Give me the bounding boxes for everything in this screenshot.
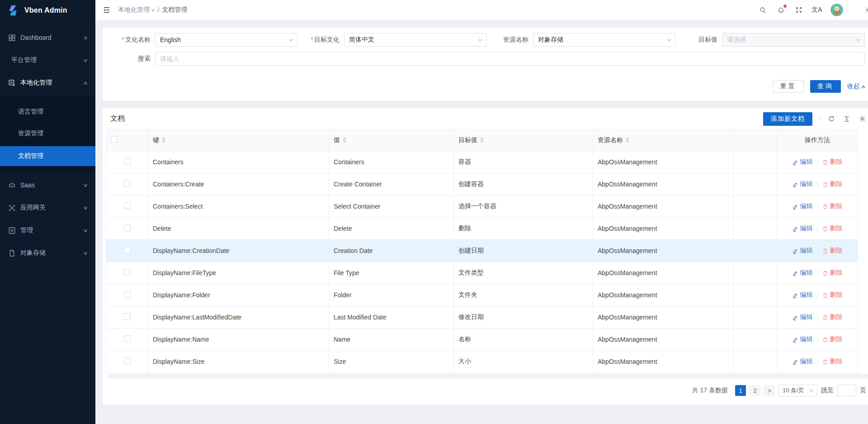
sidebar-item-saas[interactable]: Saas ∨: [0, 176, 95, 194]
column-header-actions: 操作方法: [777, 130, 858, 151]
delete-button[interactable]: 删除: [822, 313, 843, 321]
row-checkbox[interactable]: [124, 269, 131, 276]
table-row[interactable]: DeleteDelete删除AbpOssManagement编辑删除: [106, 218, 858, 240]
search-icon[interactable]: [758, 5, 767, 14]
avatar[interactable]: [830, 4, 843, 16]
delete-button[interactable]: 删除: [822, 357, 843, 366]
edit-button[interactable]: 编辑: [793, 357, 813, 366]
horizontal-scrollbar[interactable]: [107, 374, 868, 378]
notification-bell-icon[interactable]: [776, 5, 785, 14]
sidebar-item-label: 资源管理: [18, 129, 87, 138]
next-page-button[interactable]: >: [764, 385, 775, 396]
menu-fold-icon[interactable]: [103, 6, 111, 14]
sidebar-item-admin[interactable]: 管理 ∨: [0, 221, 95, 239]
page-button-1[interactable]: 1: [735, 385, 746, 396]
delete-button[interactable]: 删除: [822, 224, 843, 233]
table-row[interactable]: DisplayName:FileTypeFile Type文件类型AbpOssM…: [106, 262, 858, 284]
delete-button[interactable]: 删除: [822, 269, 843, 277]
row-checkbox[interactable]: [124, 335, 131, 342]
delete-button[interactable]: 删除: [822, 180, 843, 188]
search-input[interactable]: [155, 52, 865, 66]
edit-button[interactable]: 编辑: [793, 313, 813, 321]
action-separator: [817, 337, 818, 343]
row-checkbox[interactable]: [124, 224, 131, 231]
cell-target: 大小: [454, 351, 593, 373]
edit-button[interactable]: 编辑: [793, 269, 813, 277]
target-value-select[interactable]: 请选择 ∨: [722, 33, 865, 47]
table-row[interactable]: ContainersContainers容器AbpOssManagement编辑…: [106, 151, 858, 173]
target-culture-select[interactable]: 简体中文 ∨: [344, 33, 487, 47]
sort-icon[interactable]: [480, 138, 484, 143]
refresh-icon[interactable]: [827, 115, 835, 123]
delete-button[interactable]: 删除: [822, 247, 843, 255]
edit-pencil-icon: [793, 359, 798, 365]
sidebar-item-language[interactable]: 语言管理: [0, 103, 95, 121]
sidebar-item-label: Saas: [20, 181, 84, 189]
row-checkbox[interactable]: [124, 291, 131, 298]
edit-button[interactable]: 编辑: [793, 180, 813, 188]
column-header-empty: [734, 130, 777, 151]
settings-gear-icon[interactable]: [864, 5, 868, 14]
row-checkbox[interactable]: [124, 202, 131, 209]
row-checkbox[interactable]: [124, 313, 131, 320]
table-row[interactable]: DisplayName:FolderFolder文件夹AbpOssManagem…: [106, 284, 858, 306]
sidebar-item-platform[interactable]: 平台管理 ∨: [0, 51, 95, 69]
cell-empty: [734, 173, 777, 195]
edit-pencil-icon: [793, 270, 798, 276]
edit-button[interactable]: 编辑: [793, 291, 813, 299]
sidebar-item-document-active[interactable]: 文档管理: [0, 146, 95, 166]
row-checkbox[interactable]: [124, 247, 131, 253]
collapse-link[interactable]: 收起 ∧: [847, 82, 865, 91]
delete-button[interactable]: 删除: [822, 291, 843, 299]
sidebar-item-gateway[interactable]: 应用网关 ∨: [0, 199, 95, 217]
row-checkbox[interactable]: [124, 158, 131, 165]
delete-trash-icon: [822, 337, 828, 343]
sort-icon[interactable]: [343, 138, 346, 143]
edit-button[interactable]: 编辑: [793, 202, 813, 210]
page-suffix: 页: [860, 386, 866, 395]
resource-name-select[interactable]: 对象存储 ∨: [533, 33, 676, 47]
chevron-down-icon: ∨: [809, 388, 814, 394]
delete-trash-icon: [822, 226, 828, 232]
table-row[interactable]: DisplayName:NameName名称AbpOssManagement编辑…: [106, 329, 858, 351]
breadcrumb-separator: /: [157, 6, 159, 14]
row-height-icon[interactable]: [843, 115, 851, 123]
sidebar-item-dashboard[interactable]: Dashboard ∨: [0, 29, 95, 47]
row-checkbox[interactable]: [124, 357, 131, 364]
table-row[interactable]: DisplayName:LastModifiedDateLast Modifie…: [106, 306, 858, 329]
reset-button[interactable]: 重置: [773, 80, 804, 93]
column-settings-gear-icon[interactable]: [858, 115, 866, 123]
select-all-checkbox[interactable]: [111, 136, 118, 143]
logo[interactable]: Vben Admin: [0, 0, 95, 20]
sort-icon[interactable]: [162, 138, 165, 143]
app-root: Vben Admin Dashboard ∨ 平台管理 ∨ 本地化管理 ∧: [0, 0, 868, 424]
table-row[interactable]: DisplayName:SizeSize大小AbpOssManagement编辑…: [106, 351, 858, 373]
table-row[interactable]: DisplayName:CreationDateCreation Date创建日…: [106, 240, 858, 262]
breadcrumb-parent[interactable]: 本地化管理 ∨: [118, 6, 155, 14]
add-document-button[interactable]: 添加新文档: [763, 112, 812, 126]
delete-button[interactable]: 删除: [822, 335, 843, 343]
table-row[interactable]: Containers:CreateCreate Container创建容器Abp…: [106, 173, 858, 195]
edit-button[interactable]: 编辑: [793, 335, 813, 343]
sidebar-item-resource[interactable]: 资源管理: [0, 124, 95, 143]
page-button-2[interactable]: 2: [750, 385, 760, 396]
cell-key: Containers:Create: [148, 173, 329, 195]
edit-button[interactable]: 编辑: [793, 247, 813, 255]
edit-button[interactable]: 编辑: [793, 158, 813, 166]
filter-group-target-value: 目标值 请选择 ∨: [679, 33, 865, 47]
action-separator: [817, 248, 818, 254]
row-checkbox[interactable]: [124, 180, 131, 187]
sort-icon[interactable]: [626, 138, 629, 143]
page-size-select[interactable]: 10 条/页 ∨: [778, 385, 817, 396]
jump-page-input[interactable]: [837, 385, 856, 396]
sidebar-item-localization[interactable]: 本地化管理 ∧: [0, 74, 95, 92]
sidebar-item-oss[interactable]: 对象存储 ∨: [0, 244, 95, 262]
culture-name-select[interactable]: English ∨: [155, 33, 298, 47]
delete-button[interactable]: 删除: [822, 158, 843, 166]
delete-button[interactable]: 删除: [822, 202, 843, 210]
table-row[interactable]: Containers:SelectSelect Container选择一个容器A…: [106, 195, 858, 218]
translate-icon[interactable]: 文A: [812, 5, 821, 14]
edit-button[interactable]: 编辑: [793, 224, 813, 233]
query-button[interactable]: 查询: [810, 80, 841, 93]
fullscreen-icon[interactable]: [794, 5, 803, 14]
